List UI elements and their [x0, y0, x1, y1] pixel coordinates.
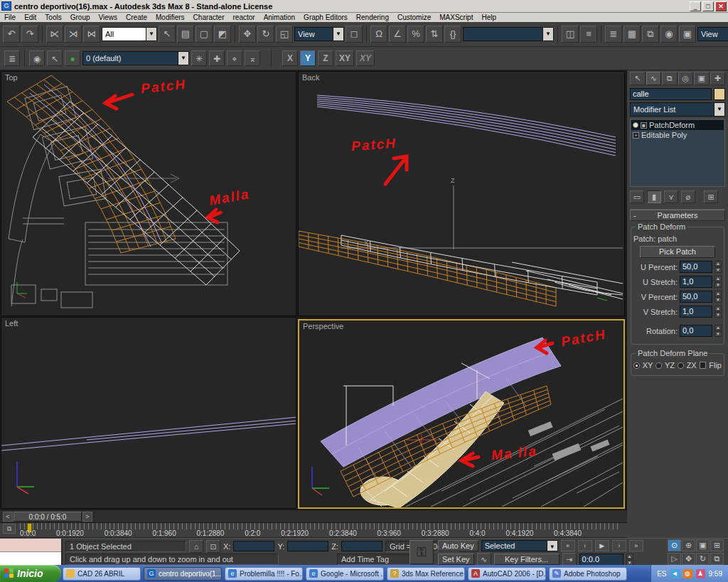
field-of-view-icon[interactable]: ▷: [668, 553, 681, 565]
set-keys-icon[interactable]: ⚿: [410, 540, 434, 564]
menu-graph-editors[interactable]: Graph Editors: [299, 14, 352, 21]
select-and-link-icon[interactable]: ⋉: [46, 26, 63, 43]
layer-manager-icon[interactable]: ≣: [605, 26, 622, 43]
tray-user-icon[interactable]: ♟: [696, 569, 705, 578]
zoom-icon[interactable]: ⊙: [668, 539, 681, 551]
time-spinner[interactable]: ▲▼: [626, 554, 633, 566]
v-stretch-spinner[interactable]: ▲▼: [714, 306, 722, 318]
u-stretch-field[interactable]: 1,0: [680, 276, 712, 288]
layer-render-icon[interactable]: ●: [65, 50, 80, 66]
percent-snap-icon[interactable]: %: [407, 26, 424, 43]
select-scale-icon[interactable]: ◱: [276, 26, 293, 43]
x-coord-field[interactable]: [233, 541, 274, 551]
tab-display-icon[interactable]: ▣: [694, 72, 710, 85]
snap-toggle-icon[interactable]: Ω: [370, 26, 387, 43]
taskbar-item-max-reference[interactable]: ? 3ds Max Reference: [387, 567, 465, 581]
taskbar-item-google[interactable]: e Google - Microsoft ...: [306, 567, 384, 581]
layer-dropdown[interactable]: 0 (default)▼: [82, 51, 189, 65]
auto-key-button[interactable]: Auto Key: [438, 540, 478, 551]
tray-update-icon[interactable]: ◍: [683, 569, 692, 578]
taskbar-item-forum[interactable]: e Problemilla !!!! - Fo...: [225, 567, 303, 581]
next-frame-button[interactable]: >: [82, 512, 92, 522]
viewport-top[interactable]: Top: [1, 71, 296, 316]
absolute-mode-icon[interactable]: ⊡: [206, 540, 220, 553]
axis-xy-button[interactable]: XY: [336, 50, 354, 66]
set-key-button[interactable]: Set Key: [438, 554, 474, 565]
z-coord-field[interactable]: [341, 541, 382, 551]
layer-select-icon[interactable]: ↖: [47, 50, 63, 66]
menu-edit[interactable]: Edit: [20, 14, 41, 21]
tab-modify-icon[interactable]: ∿: [646, 72, 662, 85]
menu-file[interactable]: File: [0, 14, 20, 21]
key-step-icon[interactable]: ⇥: [562, 553, 577, 566]
rect-selection-region-icon[interactable]: ▢: [196, 26, 213, 43]
maxscript-mini-listener[interactable]: [0, 539, 63, 566]
show-end-result-icon[interactable]: ▮: [647, 190, 661, 203]
v-percent-field[interactable]: 50,0: [680, 291, 712, 303]
rotation-field[interactable]: 0,0: [680, 325, 712, 337]
menu-animation[interactable]: Animation: [259, 14, 299, 21]
remove-modifier-icon[interactable]: ⌀: [681, 190, 695, 203]
object-name-field[interactable]: calle: [630, 88, 712, 100]
key-filters-button[interactable]: Key Filters...: [494, 554, 560, 565]
pin-stack-icon[interactable]: ▭: [630, 190, 644, 203]
menu-maxscript[interactable]: MAXScript: [435, 14, 477, 21]
selected-dropdown[interactable]: Selected▼: [481, 540, 558, 551]
add-to-layer-icon[interactable]: ✚: [209, 50, 225, 66]
maximize-button[interactable]: □: [702, 1, 714, 11]
play-icon[interactable]: ▶: [595, 540, 609, 551]
menu-help[interactable]: Help: [477, 14, 500, 21]
close-button[interactable]: ✕: [715, 1, 727, 11]
render-scene-icon[interactable]: ▣: [679, 26, 696, 43]
u-stretch-spinner[interactable]: ▲▼: [714, 276, 722, 288]
select-object-icon[interactable]: ↖: [159, 26, 176, 43]
angle-snap-icon[interactable]: ∠: [389, 26, 406, 43]
axis-x-button[interactable]: X: [282, 50, 298, 66]
menu-group[interactable]: Group: [66, 14, 95, 21]
render-view-dropdown[interactable]: View▼: [697, 27, 728, 41]
menu-modifiers[interactable]: Modifiers: [151, 14, 189, 21]
menu-reactor[interactable]: reactor: [229, 14, 259, 21]
axis-y-button[interactable]: Y: [300, 50, 316, 66]
modifier-enable-bulb-icon[interactable]: [633, 122, 638, 128]
key-mode-icon[interactable]: ∿: [477, 553, 491, 566]
set-current-layer-icon[interactable]: ⌅: [245, 50, 260, 66]
open-minicurve-icon[interactable]: ⧉: [3, 524, 16, 534]
arc-rotate-icon[interactable]: ↻: [696, 553, 710, 565]
align-icon[interactable]: ≡: [580, 26, 597, 43]
use-center-icon[interactable]: ◻: [346, 26, 363, 43]
plane-zx-radio[interactable]: [678, 362, 684, 369]
window-crossing-icon[interactable]: ◩: [214, 26, 231, 43]
zoom-all-icon[interactable]: ⊕: [682, 539, 695, 551]
stack-row-patchdeform[interactable]: ■ PatchDeform: [631, 120, 724, 130]
time-slider-handle[interactable]: 0:0:0 / 0:5:0: [14, 512, 82, 522]
plane-yz-radio[interactable]: [655, 362, 662, 369]
go-to-end-icon[interactable]: »: [629, 540, 643, 551]
y-coord-field[interactable]: [287, 541, 328, 551]
next-key-icon[interactable]: ›: [612, 540, 626, 551]
selection-lock-icon[interactable]: ⌂: [189, 540, 203, 553]
unlink-icon[interactable]: ⋊: [65, 26, 82, 43]
min-max-toggle-icon[interactable]: ⧉: [710, 553, 724, 565]
menu-create[interactable]: Create: [122, 14, 151, 21]
menu-customize[interactable]: Customize: [393, 14, 435, 21]
minimize-button[interactable]: _: [690, 1, 701, 11]
expand-icon[interactable]: ■: [641, 122, 647, 129]
language-indicator[interactable]: ES: [657, 570, 666, 578]
taskbar-item-folder[interactable]: CAD 26 ABRIL: [63, 567, 141, 581]
pan-icon[interactable]: ✥: [682, 553, 695, 565]
v-percent-spinner[interactable]: ▲▼: [714, 291, 722, 303]
object-color-swatch[interactable]: [714, 88, 725, 100]
previous-frame-button[interactable]: <: [3, 512, 13, 522]
tray-msn-icon[interactable]: ◄: [670, 569, 680, 578]
parameters-rollout-header[interactable]: -Parameters: [630, 210, 725, 221]
curve-editor-icon[interactable]: ▦: [623, 26, 641, 43]
create-layer-icon[interactable]: ✳: [191, 50, 207, 66]
flip-checkbox[interactable]: [700, 362, 707, 369]
track-bar[interactable]: ⧉ 0:0:0 0:0:1920 0:0:3840 0:1:960 0:1:28…: [0, 523, 627, 538]
plane-xy-radio[interactable]: [633, 362, 640, 369]
schematic-view-icon[interactable]: ⧉: [642, 26, 659, 43]
axis-xy-rotate-button[interactable]: XY: [356, 50, 375, 66]
material-editor-icon[interactable]: ◉: [660, 26, 678, 43]
viewport-back[interactable]: Back Z X PatcH: [298, 71, 625, 316]
